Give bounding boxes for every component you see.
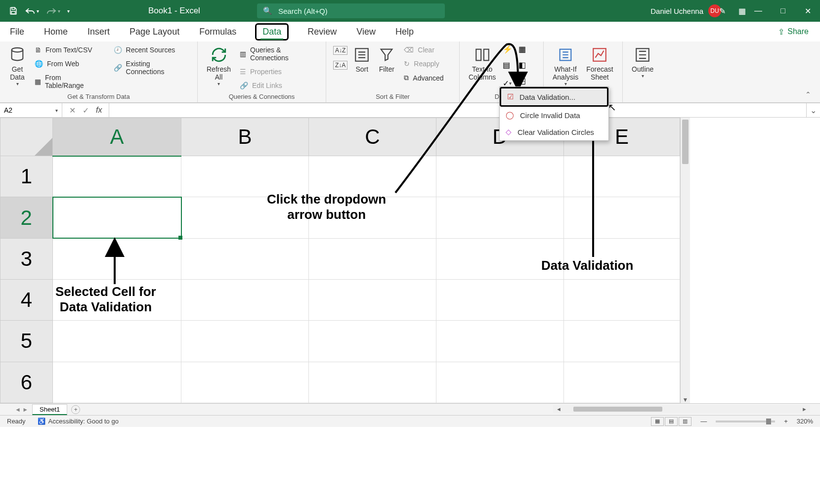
zoom-out-button[interactable]: — xyxy=(700,418,707,425)
existing-connections-button[interactable]: 🔗Existing Connections xyxy=(112,58,192,77)
cell-e5[interactable] xyxy=(564,321,680,362)
recent-sources-button[interactable]: 🕘Recent Sources xyxy=(112,44,192,55)
tab-data[interactable]: Data xyxy=(255,23,289,41)
formula-input[interactable] xyxy=(109,103,806,117)
cell-b5[interactable] xyxy=(181,321,309,362)
from-table-range-button[interactable]: ▦From Table/Range xyxy=(33,72,104,91)
remove-dup-icon[interactable]: ▤ xyxy=(503,60,517,74)
row-header-1[interactable]: 1 xyxy=(0,156,53,197)
cell-b6[interactable] xyxy=(181,362,309,403)
filter-button[interactable]: Filter xyxy=(374,44,399,75)
text-to-columns-button[interactable]: Text to Columns xyxy=(465,44,500,83)
cell-c6[interactable] xyxy=(309,362,436,403)
data-validation-menu-item[interactable]: ☑ Data Validation... xyxy=(500,87,608,107)
search-box[interactable]: 🔍 Search (Alt+Q) xyxy=(257,3,445,18)
cell-b4[interactable] xyxy=(181,280,309,321)
restore-button[interactable]: □ xyxy=(771,0,795,22)
get-data-button[interactable]: Get Data ▾ xyxy=(5,44,30,88)
refresh-all-button[interactable]: Refresh All ▾ xyxy=(203,44,235,88)
tab-file[interactable]: File xyxy=(9,24,25,40)
zoom-level[interactable]: 320% xyxy=(797,418,813,425)
scrollbar-thumb[interactable] xyxy=(682,120,689,164)
tab-insert[interactable]: Insert xyxy=(86,24,111,40)
undo-button[interactable]: ▾ xyxy=(25,7,39,15)
cell-d2[interactable] xyxy=(436,197,564,238)
redo-button[interactable]: ▾ xyxy=(46,7,60,15)
scroll-left-icon[interactable]: ◄ xyxy=(553,406,564,412)
advanced-filter-button[interactable]: ⧉Advanced xyxy=(402,72,445,84)
qat-customize-icon[interactable]: ▾ xyxy=(67,8,70,14)
cell-b3[interactable] xyxy=(181,238,309,279)
forecast-sheet-button[interactable]: Forecast Sheet xyxy=(582,44,617,83)
cell-a2[interactable] xyxy=(53,197,181,238)
row-header-6[interactable]: 6 xyxy=(0,362,53,403)
cell-a3[interactable] xyxy=(53,238,181,279)
cell-c3[interactable] xyxy=(309,238,436,279)
col-header-c[interactable]: C xyxy=(309,118,436,156)
tab-formulas[interactable]: Formulas xyxy=(198,24,237,40)
sheet-tab-sheet1[interactable]: Sheet1 xyxy=(32,404,67,415)
cell-c4[interactable] xyxy=(309,280,436,321)
sort-button[interactable]: Sort xyxy=(349,44,374,75)
cancel-icon[interactable]: ✕ xyxy=(69,106,76,115)
from-web-button[interactable]: 🌐From Web xyxy=(33,58,104,69)
horizontal-scrollbar[interactable]: ◄ ► xyxy=(553,405,810,413)
cell-c1[interactable] xyxy=(309,156,436,197)
cell-a6[interactable] xyxy=(53,362,181,403)
page-break-view-button[interactable]: ▥ xyxy=(679,417,691,426)
zoom-slider[interactable] xyxy=(716,420,775,422)
flash-fill-icon[interactable]: ⚡ xyxy=(503,44,517,58)
sheet-nav[interactable]: ◄ ► xyxy=(15,406,28,413)
collapse-ribbon-button[interactable]: ⌃ xyxy=(805,90,811,98)
cell-a5[interactable] xyxy=(53,321,181,362)
cell-d5[interactable] xyxy=(436,321,564,362)
queries-connections-button[interactable]: ▥Queries & Connections xyxy=(238,44,321,63)
cell-e2[interactable] xyxy=(564,197,680,238)
cell-d4[interactable] xyxy=(436,280,564,321)
scroll-right-icon[interactable]: ► xyxy=(799,406,810,412)
cell-e4[interactable] xyxy=(564,280,680,321)
scroll-down-icon[interactable]: ▼ xyxy=(681,396,690,403)
from-text-csv-button[interactable]: 🗎From Text/CSV xyxy=(33,44,104,55)
expand-formula-bar[interactable]: ⌄ xyxy=(806,103,820,117)
add-sheet-button[interactable]: + xyxy=(71,405,80,414)
tab-view[interactable]: View xyxy=(355,24,377,40)
user-area[interactable]: Daniel Uchenna DU xyxy=(650,4,721,17)
minimize-button[interactable]: — xyxy=(746,0,771,22)
page-layout-view-button[interactable]: ▤ xyxy=(665,417,678,426)
zoom-knob[interactable] xyxy=(766,419,771,424)
select-all-corner[interactable] xyxy=(0,118,53,156)
vertical-scrollbar[interactable]: ▲ ▼ xyxy=(680,118,690,403)
save-icon[interactable] xyxy=(9,6,18,15)
cell-a1[interactable] xyxy=(53,156,181,197)
cell-e6[interactable] xyxy=(564,362,680,403)
enter-icon[interactable]: ✓ xyxy=(83,106,89,115)
col-header-b[interactable]: B xyxy=(181,118,309,156)
fx-icon[interactable]: fx xyxy=(96,106,102,115)
cell-b1[interactable] xyxy=(181,156,309,197)
row-header-5[interactable]: 5 xyxy=(0,321,53,362)
close-button[interactable]: ✕ xyxy=(795,0,820,22)
accessibility-status[interactable]: ♿Accessibility: Good to go xyxy=(38,418,119,425)
tab-review[interactable]: Review xyxy=(306,24,338,40)
sort-az-button[interactable]: A↓Z xyxy=(331,44,349,56)
outline-button[interactable]: Outline ▾ xyxy=(628,44,657,81)
clear-circles-menu-item[interactable]: ◇ Clear Validation Circles xyxy=(500,124,608,140)
tab-home[interactable]: Home xyxy=(43,24,69,40)
normal-view-button[interactable]: ▦ xyxy=(651,417,664,426)
row-header-2[interactable]: 2 xyxy=(0,197,53,238)
cell-d6[interactable] xyxy=(436,362,564,403)
zoom-in-button[interactable]: + xyxy=(784,418,788,425)
sort-za-button[interactable]: Z↓A xyxy=(331,59,349,71)
consolidate-icon[interactable]: ▦ xyxy=(518,44,532,58)
col-header-a[interactable]: A xyxy=(53,118,181,156)
scrollbar-thumb[interactable] xyxy=(573,407,662,412)
relationships-icon[interactable]: ◧ xyxy=(518,60,532,74)
row-header-3[interactable]: 3 xyxy=(0,238,53,279)
cell-d1[interactable] xyxy=(436,156,564,197)
whatif-button[interactable]: What-If Analysis ▾ xyxy=(549,44,582,88)
mode-icon[interactable]: ▦ xyxy=(738,6,746,16)
cell-c5[interactable] xyxy=(309,321,436,362)
row-header-4[interactable]: 4 xyxy=(0,280,53,321)
tab-page-layout[interactable]: Page Layout xyxy=(129,24,180,40)
